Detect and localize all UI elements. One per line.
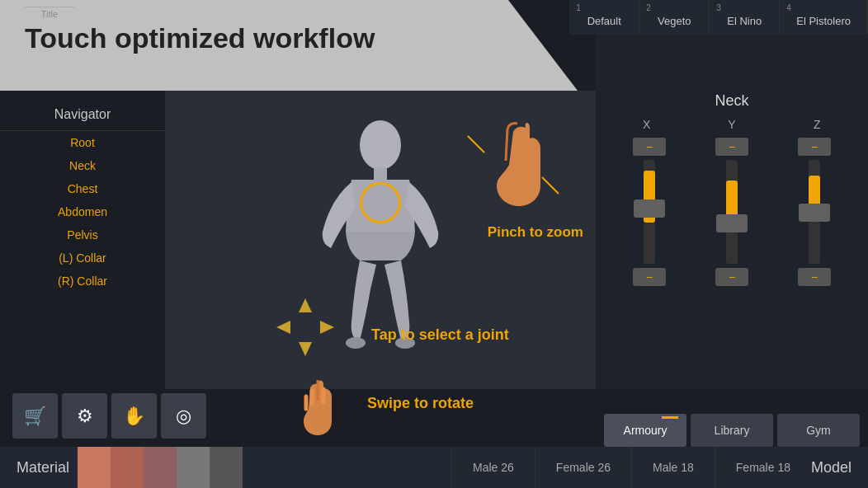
tab-vegeto[interactable]: 2 Vegeto — [639, 0, 710, 35]
armoury-tab-indicator — [662, 416, 678, 419]
swipe-to-rotate-label: Swipe to rotate — [367, 395, 474, 412]
swatch-1[interactable] — [78, 447, 111, 488]
color-swatches — [78, 447, 243, 488]
svg-point-0 — [360, 120, 401, 170]
svg-marker-5 — [299, 342, 312, 356]
material-label: Material — [0, 459, 69, 476]
svg-rect-1 — [374, 167, 387, 180]
tab-elnino[interactable]: 3 El Nino — [710, 0, 780, 35]
top-tabs-container: 1 Default 2 Vegeto 3 El Nino 4 El Pistol… — [569, 0, 868, 35]
navigator-title: Navigator — [0, 99, 165, 131]
hand-button[interactable]: ✋ — [111, 393, 157, 439]
tab-num-2: 2 — [646, 3, 651, 12]
model-tab-female26[interactable]: Female 26 — [535, 447, 631, 488]
armoury-tabs-row: Armoury Library Gym — [596, 414, 868, 447]
nav-item-l-collar[interactable]: (L) Collar — [0, 246, 165, 270]
x-slider-col: − − — [625, 138, 674, 286]
swatch-2[interactable] — [111, 447, 144, 488]
joint-selection-indicator — [360, 182, 401, 223]
y-slider-thumb[interactable] — [716, 214, 748, 232]
nav-item-root[interactable]: Root — [0, 131, 165, 154]
x-slider-track[interactable] — [644, 160, 655, 264]
gym-tab-label: Gym — [806, 424, 831, 437]
settings-button[interactable]: ⚙ — [62, 393, 107, 439]
y-slider-col: − − — [707, 138, 757, 286]
x-slider-top-btn[interactable]: − — [633, 138, 666, 156]
swatch-4[interactable] — [177, 447, 210, 488]
armoury-tab[interactable]: Armoury — [604, 414, 686, 447]
tab-label-vegeto: Vegeto — [658, 15, 691, 27]
swatch-3[interactable] — [144, 447, 177, 488]
tap-to-select-label: Tap to select a joint — [371, 326, 509, 344]
model-tab-male26-label: Male 26 — [473, 461, 514, 474]
header-small-title: Title — [25, 7, 74, 19]
x-axis-label: X — [622, 118, 672, 131]
svg-rect-8 — [297, 319, 314, 336]
navigator-panel: Navigator Root Neck Chest Abdomen Pelvis… — [0, 99, 165, 293]
arrow-cross — [272, 294, 338, 360]
y-slider-bottom-btn[interactable]: − — [715, 268, 748, 286]
model-tab-male18[interactable]: Male 18 — [631, 447, 715, 488]
tap-hand-gesture — [281, 368, 355, 445]
pinch-to-zoom-label: Pinch to zoom — [488, 224, 583, 241]
target-button[interactable]: ◎ — [161, 393, 206, 439]
x-slider-thumb[interactable] — [634, 199, 665, 218]
svg-point-2 — [346, 337, 366, 349]
model-tab-female18[interactable]: Female 18 — [715, 447, 811, 488]
library-tab-label: Library — [715, 424, 750, 437]
nav-item-r-collar[interactable]: (R) Collar — [0, 270, 165, 293]
svg-marker-4 — [299, 298, 312, 312]
tab-label-elnino: El Nino — [727, 15, 762, 27]
cart-button[interactable]: 🛒 — [12, 393, 58, 439]
sliders-row: − − − − − − — [604, 138, 860, 286]
model-tab-female26-label: Female 26 — [556, 461, 611, 474]
nav-item-chest[interactable]: Chest — [0, 177, 165, 200]
tab-num-3: 3 — [716, 3, 721, 12]
model-tab-female18-label: Female 18 — [736, 461, 790, 474]
xyz-labels-row: X Y Z — [604, 118, 860, 131]
model-tab-male18-label: Male 18 — [653, 461, 694, 474]
swatch-5[interactable] — [210, 447, 243, 488]
y-axis-label: Y — [707, 118, 757, 131]
nav-item-abdomen[interactable]: Abdomen — [0, 200, 165, 223]
tab-label-elpistolero: El Pistolero — [796, 15, 851, 27]
svg-marker-7 — [320, 321, 334, 334]
z-slider-bottom-btn[interactable]: − — [798, 268, 831, 286]
z-slider-thumb[interactable] — [799, 204, 830, 222]
armoury-tab-label: Armoury — [624, 424, 668, 437]
z-slider-track[interactable] — [809, 160, 820, 264]
right-panel: Neck X Y Z − − − − − — [596, 35, 868, 389]
svg-marker-6 — [276, 321, 290, 334]
tab-elpistolero[interactable]: 4 El Pistolero — [780, 0, 868, 35]
library-tab[interactable]: Library — [691, 414, 773, 447]
gym-tab[interactable]: Gym — [777, 414, 860, 447]
tool-buttons-row: 🛒 ⚙ ✋ ◎ — [0, 385, 248, 447]
pinch-hand-gesture — [460, 111, 567, 222]
model-tab-male26[interactable]: Male 26 — [451, 447, 535, 488]
tab-label-default: Default — [587, 15, 621, 27]
model-label: Model — [811, 459, 868, 476]
x-slider-bottom-btn[interactable]: − — [633, 268, 666, 286]
nav-item-pelvis[interactable]: Pelvis — [0, 223, 165, 246]
z-slider-top-btn[interactable]: − — [798, 138, 831, 156]
nav-item-neck[interactable]: Neck — [0, 154, 165, 177]
model-tabs-row: Male 26 Female 26 Male 18 Female 18 — [451, 447, 811, 488]
y-slider-top-btn[interactable]: − — [715, 138, 748, 156]
header: Title Touch optimized workflow — [0, 0, 399, 61]
header-large-title: Touch optimized workflow — [25, 22, 375, 54]
right-panel-title: Neck — [604, 92, 860, 110]
tab-num-1: 1 — [576, 3, 581, 12]
y-slider-track[interactable] — [726, 160, 738, 264]
bottom-bar-right: Male 26 Female 26 Male 18 Female 18 Mode… — [281, 447, 868, 488]
tab-num-4: 4 — [786, 3, 791, 12]
tab-default[interactable]: 1 Default — [569, 0, 639, 35]
z-slider-col: − − — [790, 138, 839, 286]
z-axis-label: Z — [792, 118, 842, 131]
bottom-bar-left: Material — [0, 447, 281, 488]
